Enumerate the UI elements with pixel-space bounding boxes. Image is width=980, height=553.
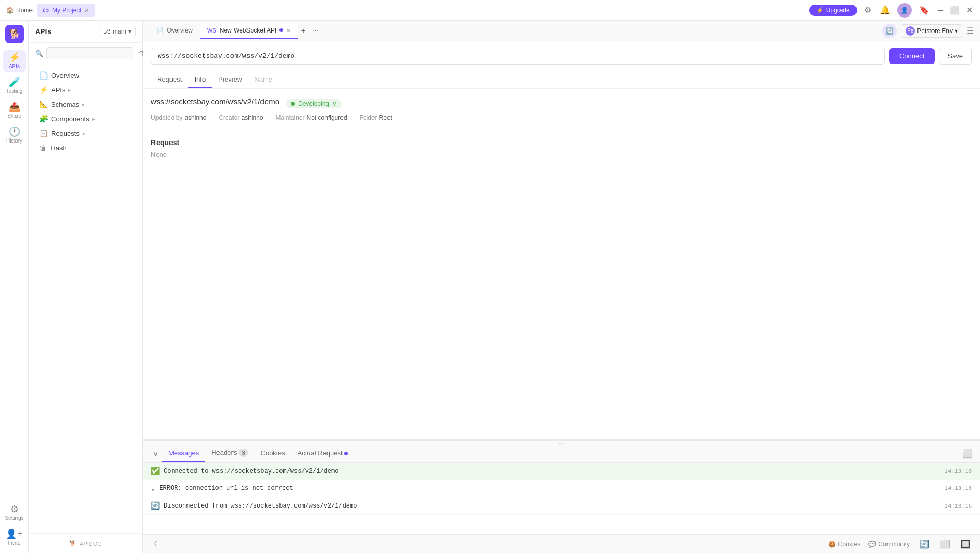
project-logo-icon: 🐕 xyxy=(9,29,20,39)
trash-icon: 🗑 xyxy=(39,144,46,152)
community-footer-item[interactable]: 💬 Community xyxy=(868,541,910,548)
project-tab[interactable]: 🗂 My Project × xyxy=(37,4,95,17)
nav-item-overview-label: Overview xyxy=(51,72,79,80)
nav-item-overview[interactable]: 📄 Overview xyxy=(31,68,140,83)
sidebar-invite-label: Invite xyxy=(8,540,21,546)
cookies-footer-item[interactable]: 🍪 Cookies xyxy=(828,541,860,548)
upgrade-label: Upgrade xyxy=(826,7,850,14)
env-selector[interactable]: Pe Petstore Env ▾ xyxy=(901,24,962,38)
nav-item-requests[interactable]: 📋 Requests ▸ xyxy=(31,126,140,140)
tab-close-btn[interactable]: × xyxy=(286,27,290,34)
cookies-footer-icon: 🍪 xyxy=(828,541,836,548)
bottom-tab-messages[interactable]: Messages xyxy=(162,445,205,462)
status-badge[interactable]: Developing ∨ xyxy=(286,99,342,108)
inner-tab-info[interactable]: Info xyxy=(188,71,212,88)
sidebar-item-settings[interactable]: ⚙ Settings xyxy=(3,501,26,524)
sidebar-apis-label: APIs xyxy=(9,64,20,69)
titlebar-left: 🏠 Home 🗂 My Project × xyxy=(6,4,95,17)
sidebar-item-apis[interactable]: ⚡ APIs xyxy=(3,50,26,72)
collapse-left-icon[interactable]: 《 xyxy=(151,540,157,548)
tab-overview[interactable]: 📄 Overview xyxy=(149,23,200,39)
inner-tab-preview[interactable]: Preview xyxy=(212,71,248,88)
creator-item: Creator ashinno xyxy=(219,114,263,121)
status-dot xyxy=(291,102,295,106)
bottom-tab-headers[interactable]: Headers3 xyxy=(205,445,254,462)
bookmark-icon-btn[interactable]: 🔖 xyxy=(918,4,930,16)
inner-tab-request[interactable]: Request xyxy=(151,71,188,88)
sidebar-history-label: History xyxy=(6,138,22,144)
close-btn[interactable]: ✕ xyxy=(965,4,974,16)
bottom-tab-actual-request[interactable]: Actual Request xyxy=(291,445,353,462)
footer-expand-btn[interactable]: ⬜ xyxy=(939,538,951,550)
connected-icon: ✅ xyxy=(151,467,160,476)
message-time-1: 14:13:16 xyxy=(944,468,972,475)
expand-icon-btn[interactable]: ⬜ xyxy=(961,448,974,460)
nav-item-components[interactable]: 🧩 Components ▸ xyxy=(31,112,140,126)
home-label: Home xyxy=(16,7,33,14)
components-icon: 🧩 xyxy=(39,115,48,123)
sidebar-item-invite[interactable]: 👤+ Invite xyxy=(3,526,26,549)
maintainer-label: Maintainer xyxy=(276,114,305,121)
sidebar-item-share[interactable]: 📤 Share xyxy=(3,99,26,122)
nav-item-components-label: Components xyxy=(51,115,89,123)
icon-sidebar: 🐕 ⚡ APIs 🧪 Testing 📤 Share 🕐 History ⚙ S… xyxy=(0,21,29,553)
message-row-1: ✅ Connected to wss://socketsbay.com/wss/… xyxy=(143,463,980,480)
sidebar-item-history[interactable]: 🕐 History xyxy=(3,124,26,147)
search-bar: 🔍 ⚗ + xyxy=(29,43,142,64)
nav-header: APIs ⎇ main ▾ xyxy=(29,21,142,43)
branch-selector[interactable]: ⎇ main ▾ xyxy=(99,26,136,37)
tab-new-websocket[interactable]: WS New WebSocket API × xyxy=(200,23,298,39)
sidebar-toggle-btn[interactable]: ☰ xyxy=(967,26,974,36)
more-tabs-btn[interactable]: ··· xyxy=(311,25,320,37)
url-input[interactable] xyxy=(151,48,885,65)
footer-more-btn[interactable]: 🔲 xyxy=(959,538,972,550)
home-tab[interactable]: 🏠 Home xyxy=(6,7,33,14)
nav-item-apis[interactable]: ⚡ APIs ▸ xyxy=(31,83,140,97)
branch-label: main xyxy=(113,28,126,35)
sync-status-icon: 🔄 xyxy=(882,24,897,38)
connect-button[interactable]: Connect xyxy=(889,48,935,64)
nav-item-schemas[interactable]: 📐 Schemas ▸ xyxy=(31,97,140,112)
creator-label: Creator xyxy=(219,114,239,121)
requests-icon: 📋 xyxy=(39,129,48,137)
maintainer-item: Maintainer Not configured xyxy=(276,114,347,121)
settings-icon-btn[interactable]: ⚙ xyxy=(863,4,873,16)
collapse-btn[interactable]: ∨ xyxy=(149,447,162,460)
nav-item-trash[interactable]: 🗑 Trash xyxy=(31,140,140,155)
env-label: Petstore Env xyxy=(917,27,953,35)
message-text-3: Disconnected from wss://socketsbay.com/w… xyxy=(164,502,357,510)
components-arrow: ▸ xyxy=(92,116,95,122)
community-footer-label: Community xyxy=(878,541,910,548)
inner-tab-name[interactable]: Name xyxy=(248,71,278,88)
project-tab-close[interactable]: × xyxy=(85,7,89,14)
tab-websocket-label: New WebSocket API xyxy=(220,27,277,34)
maximize-btn[interactable]: ⬜ xyxy=(948,4,961,16)
tab-overview-label: Overview xyxy=(167,27,193,34)
share-icon: 📤 xyxy=(9,102,20,112)
sidebar-settings-label: Settings xyxy=(5,515,23,521)
bottom-tab-cookies[interactable]: Cookies xyxy=(255,445,291,462)
sidebar-item-project[interactable]: 🐕 xyxy=(5,25,24,43)
messages-list: ✅ Connected to wss://socketsbay.com/wss/… xyxy=(143,463,980,534)
search-input[interactable] xyxy=(46,47,133,59)
request-empty-label: None xyxy=(151,151,972,159)
nav-item-requests-label: Requests xyxy=(51,130,80,137)
footer-refresh-btn[interactable]: 🔄 xyxy=(918,538,930,550)
titlebar-right: ⚡ Upgrade ⚙ 🔔 👤 🔖 ─ ⬜ ✕ xyxy=(809,3,974,18)
schemas-icon: 📐 xyxy=(39,100,48,108)
headers-badge: 3 xyxy=(239,449,248,457)
error-icon: ↓ xyxy=(151,484,155,493)
url-bar: Connect Save xyxy=(143,41,980,71)
request-section-title: Request xyxy=(151,138,972,147)
upgrade-button[interactable]: ⚡ Upgrade xyxy=(809,5,857,16)
save-button[interactable]: Save xyxy=(939,48,972,65)
meta-row: Updated by ashinno Creator ashinno Maint… xyxy=(151,114,972,121)
user-avatar[interactable]: 👤 xyxy=(897,3,912,18)
notifications-icon-btn[interactable]: 🔔 xyxy=(879,4,891,16)
resize-handle[interactable]: ··· xyxy=(143,440,980,445)
sidebar-testing-label: Testing xyxy=(6,88,23,94)
minimize-btn[interactable]: ─ xyxy=(937,5,944,16)
add-tab-btn[interactable]: + xyxy=(300,25,306,37)
sidebar-item-testing[interactable]: 🧪 Testing xyxy=(3,74,26,97)
nav-panel: APIs ⎇ main ▾ 🔍 ⚗ + 📄 Overview ⚡ APIs xyxy=(29,21,143,553)
